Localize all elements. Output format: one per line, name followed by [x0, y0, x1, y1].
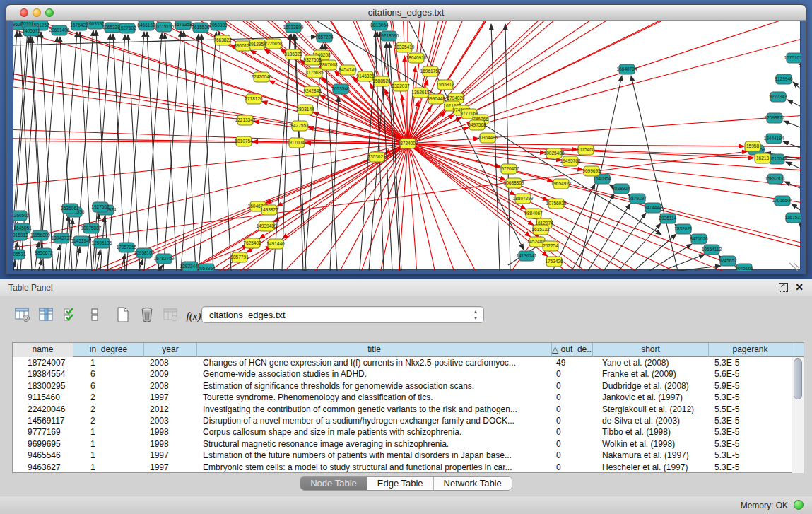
- graph-node-yellow[interactable]: 19654923: [551, 179, 572, 189]
- graph-node-teal[interactable]: 6466160: [137, 21, 155, 30]
- table-row[interactable]: 977716911998Corpus callosum shape and si…: [13, 426, 804, 438]
- table-row[interactable]: 946554611997Estimation of the future num…: [13, 450, 804, 461]
- select-all-icon[interactable]: [61, 305, 81, 325]
- graph-node-teal[interactable]: 10654112: [702, 245, 722, 255]
- graph-node-teal[interactable]: 16782759: [154, 254, 175, 264]
- graph-node-yellow[interactable]: 9699695: [582, 166, 601, 176]
- graph-node-yellow[interactable]: 15720407: [499, 164, 519, 174]
- graph-node-yellow[interactable]: 1810754: [235, 136, 253, 146]
- graph-node-yellow[interactable]: 19495768: [560, 156, 581, 166]
- graph-node-teal[interactable]: 15892931: [765, 174, 786, 184]
- close-icon[interactable]: ✕: [795, 281, 804, 293]
- graph-node-teal[interactable]: 8813054: [370, 21, 389, 30]
- graph-node-teal[interactable]: 8471676: [690, 234, 708, 244]
- graph-node-teal[interactable]: 21260502: [13, 211, 30, 221]
- graph-node-yellow[interactable]: 8912954: [248, 40, 266, 49]
- graph-node-yellow[interactable]: 9857791: [230, 252, 249, 262]
- graph-node-yellow[interactable]: 10025488: [544, 148, 565, 158]
- graph-node-teal[interactable]: 2045166: [735, 264, 753, 271]
- graph-node-teal[interactable]: 9245652: [719, 256, 737, 266]
- graph-node-teal[interactable]: 9474444: [644, 203, 662, 213]
- graph-node-teal[interactable]: 2935114: [659, 214, 677, 223]
- graph-node-yellow[interactable]: 9242848: [303, 86, 322, 96]
- graph-node-teal[interactable]: 7615526: [192, 23, 210, 33]
- graph-node-teal[interactable]: 16033809: [283, 23, 304, 33]
- table-row[interactable]: 1830029562008Estimation of significance …: [13, 380, 804, 392]
- graph-node-teal[interactable]: 12093872: [765, 113, 785, 123]
- new-column-icon[interactable]: [113, 305, 133, 325]
- graph-node-teal[interactable]: 16648784: [617, 64, 637, 74]
- table-select-dropdown[interactable]: citations_edges.txt ▲▼: [201, 306, 484, 323]
- scrollbar-thumb[interactable]: [794, 358, 802, 399]
- column-header-short[interactable]: short: [593, 343, 709, 357]
- memory-status-icon[interactable]: [794, 500, 804, 510]
- column-header-title[interactable]: title: [197, 343, 552, 357]
- graph-node-hub[interactable]: 18724007: [398, 139, 418, 148]
- graph-node-yellow[interactable]: 1753426: [545, 257, 563, 267]
- graph-node-teal[interactable]: 9850672: [35, 248, 53, 258]
- graph-node-yellow[interactable]: 8322037: [392, 81, 410, 91]
- graph-node-teal[interactable]: 7832621: [674, 224, 693, 234]
- graph-node-teal[interactable]: 13942737: [52, 233, 72, 243]
- graph-node-yellow[interactable]: 10688809: [504, 178, 524, 188]
- graph-node-yellow[interactable]: 15958: [745, 141, 760, 151]
- delete-table-icon[interactable]: [161, 305, 181, 325]
- graph-node-yellow[interactable]: 1493822: [260, 205, 278, 215]
- graph-node-yellow[interactable]: 2303021: [367, 152, 386, 162]
- graph-node-yellow[interactable]: 12213343: [235, 115, 256, 125]
- graph-node-yellow[interactable]: 1615132: [531, 225, 550, 235]
- graph-node-teal[interactable]: 12444194: [764, 134, 784, 144]
- graph-node-yellow[interactable]: 8186328: [284, 49, 302, 59]
- table-body[interactable]: 1872400712008Changes of HCN gene express…: [13, 357, 804, 473]
- network-window[interactable]: citations_edges.txt 19620122070124158126…: [6, 4, 806, 274]
- graph-node-teal[interactable]: 2053389: [209, 21, 228, 30]
- graph-node-teal[interactable]: 9129946: [775, 74, 793, 84]
- graph-node-yellow[interactable]: 8427552: [290, 121, 309, 131]
- graph-node-yellow[interactable]: 18640910: [406, 53, 427, 63]
- show-columns-icon[interactable]: [37, 305, 57, 325]
- column-header-name[interactable]: name: [13, 343, 73, 357]
- vertical-scrollbar[interactable]: [792, 357, 804, 473]
- graph-node-yellow[interactable]: 16213: [755, 153, 770, 163]
- graph-node-teal[interactable]: 1927562: [91, 202, 110, 212]
- clear-selection-icon[interactable]: [85, 305, 105, 325]
- delete-column-icon[interactable]: [137, 305, 157, 325]
- table-row[interactable]: 2242004622012Investigating the contribut…: [13, 404, 804, 415]
- graph-node-yellow[interactable]: 252254: [543, 241, 558, 251]
- graph-node-yellow[interactable]: 18325419: [394, 42, 415, 52]
- graph-node-teal[interactable]: 14136141: [517, 251, 537, 261]
- graph-node-teal[interactable]: 1676422: [70, 21, 88, 30]
- graph-node-yellow[interactable]: 2718126: [245, 94, 263, 104]
- graph-node-yellow[interactable]: 18807299: [513, 194, 534, 204]
- window-titlebar[interactable]: citations_edges.txt: [6, 5, 806, 21]
- tab-network-table[interactable]: Network Table: [434, 477, 512, 490]
- graph-node-teal[interactable]: 10975887: [81, 223, 102, 233]
- table-row[interactable]: 1872400712008Changes of HCN gene express…: [13, 357, 804, 368]
- float-panel-icon[interactable]: [779, 283, 788, 292]
- graph-node-yellow[interactable]: 1491440: [266, 239, 285, 249]
- graph-node-teal[interactable]: 7857224: [315, 33, 334, 42]
- graph-node-teal[interactable]: 2405571: [22, 26, 40, 36]
- graph-node-yellow[interactable]: 6497568: [468, 120, 486, 130]
- graph-node-teal[interactable]: 8671358: [174, 21, 192, 30]
- graph-node-yellow[interactable]: 1588520: [372, 76, 391, 86]
- tab-edge-table[interactable]: Edge Table: [367, 477, 434, 490]
- tab-node-table[interactable]: Node Table: [300, 477, 367, 490]
- graph-node-yellow[interactable]: 9146821: [356, 71, 375, 81]
- graph-node-teal[interactable]: 12505135: [92, 238, 112, 248]
- graph-node-teal[interactable]: 7905531: [13, 250, 26, 259]
- column-header-in_degree[interactable]: in_degree: [73, 343, 144, 357]
- graph-node-yellow[interactable]: 9884067: [524, 209, 543, 218]
- graph-node-teal[interactable]: 2053346: [331, 84, 350, 94]
- graph-node-yellow[interactable]: 7955812: [436, 80, 454, 90]
- column-header-out_de[interactable]: △ out_de...: [552, 343, 593, 357]
- graph-node-yellow[interactable]: 917004: [289, 138, 305, 148]
- graph-node-teal[interactable]: 19218596: [379, 31, 399, 41]
- table-row[interactable]: 946362711997Embryonic stem cells: a mode…: [13, 462, 804, 473]
- graph-node-teal[interactable]: 11451940: [71, 236, 92, 246]
- graph-node-yellow[interactable]: 3175685: [305, 68, 324, 78]
- graph-node-teal[interactable]: 2535061: [61, 204, 79, 214]
- graph-node-teal[interactable]: 1527602: [118, 23, 136, 33]
- graph-node-teal[interactable]: 1167533: [785, 213, 801, 223]
- graph-node-yellow[interactable]: 9115460: [577, 145, 595, 155]
